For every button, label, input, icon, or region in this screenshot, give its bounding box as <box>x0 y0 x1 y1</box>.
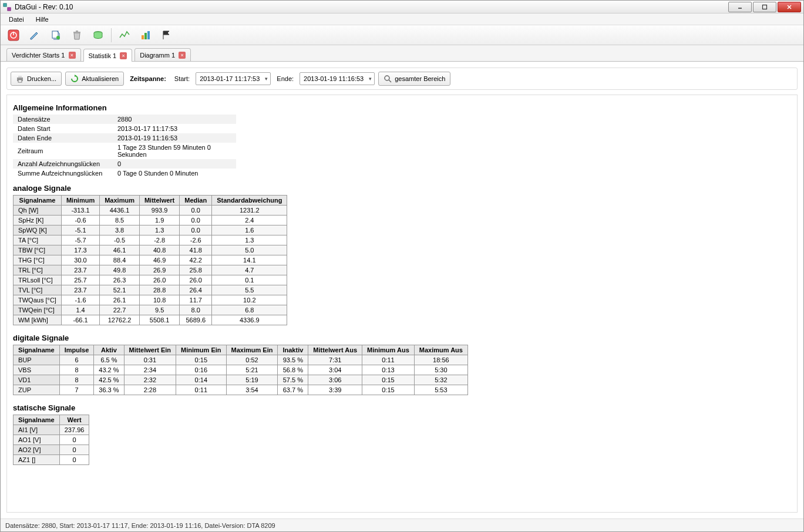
start-date-dropdown[interactable]: 2013-01-17 11:17:53 <box>196 72 271 85</box>
barchart-icon[interactable] <box>137 27 154 43</box>
window-controls <box>728 2 801 12</box>
col-header: Minimum <box>61 196 99 206</box>
info-value: 0 Tage 0 Stunden 0 Minuten <box>113 169 236 178</box>
status-text: Datensätze: 2880, Start: 2013-01-17 11:1… <box>5 522 275 529</box>
signal-value: 40.8 <box>139 245 179 255</box>
start-label: Start: <box>172 75 192 82</box>
signal-value: 10.2 <box>212 295 287 305</box>
signal-value: 3:06 <box>308 375 362 385</box>
signal-value: 63.7 % <box>278 385 308 395</box>
svg-point-10 <box>56 36 60 39</box>
scroll-area[interactable]: Allgemeine Informationen Datensätze2880D… <box>6 95 798 513</box>
signal-value: 1.9 <box>139 216 179 225</box>
signal-value: 0 <box>59 435 89 445</box>
signal-value: 0:31 <box>124 355 176 365</box>
app-window: DtaGui - Rev: 0.10 Datei Hilfe Verdichte… <box>0 0 804 532</box>
action-bar: Drucken... Aktualisieren Zeitspanne: Sta… <box>6 68 798 90</box>
minimize-button[interactable] <box>728 2 752 12</box>
col-header: Aktiv <box>94 345 124 355</box>
flag-icon[interactable] <box>159 27 175 43</box>
full-range-button[interactable]: gesamter Bereich <box>378 72 450 86</box>
signal-value: 7 <box>59 385 94 395</box>
power-icon[interactable] <box>5 27 22 43</box>
signal-value: 5508.1 <box>139 315 179 325</box>
svg-rect-18 <box>18 76 22 78</box>
signal-value: 26.3 <box>100 275 140 285</box>
maximize-button[interactable] <box>753 2 776 12</box>
svg-rect-14 <box>142 35 144 39</box>
signal-value: 22.7 <box>100 305 140 315</box>
tab-close-icon[interactable]: × <box>120 52 127 59</box>
col-header: Maximum Ein <box>226 345 278 355</box>
signal-name: Qh [W] <box>14 206 62 216</box>
svg-rect-16 <box>147 31 150 39</box>
signal-value: 4436.1 <box>100 206 140 216</box>
signal-value: 26.0 <box>180 275 212 285</box>
signal-value: -1.6 <box>61 295 99 305</box>
info-row: Anzahl Aufzeichnungslücken0 <box>13 159 236 169</box>
signal-value: 8 <box>59 375 94 385</box>
close-button[interactable] <box>778 2 801 12</box>
signal-value: 0:15 <box>362 375 415 385</box>
info-value: 2013-01-19 11:16:53 <box>113 133 236 143</box>
signal-value: 5:53 <box>414 385 467 395</box>
tab-close-icon[interactable]: × <box>179 52 186 59</box>
tab-close-icon[interactable]: × <box>69 52 76 59</box>
signal-value: 88.4 <box>100 255 140 265</box>
info-value: 1 Tage 23 Stunden 59 Minuten 0 Sekunden <box>113 143 236 159</box>
edit-icon[interactable] <box>26 27 43 43</box>
svg-point-20 <box>385 76 389 80</box>
signal-value: 0.0 <box>180 216 212 225</box>
signal-value: 42.2 <box>180 255 212 265</box>
signal-value: 8 <box>59 365 94 375</box>
col-header: Mittelwert <box>139 196 179 206</box>
signal-value: 0:15 <box>362 385 415 395</box>
info-key: Summe Aufzeichnungslücken <box>13 169 113 178</box>
refresh-button[interactable]: Aktualisieren <box>65 72 124 86</box>
titlebar: DtaGui - Rev: 0.10 <box>1 1 803 14</box>
col-header: Minimum Ein <box>176 345 226 355</box>
disk-icon[interactable] <box>90 27 106 43</box>
svg-rect-0 <box>4 3 6 6</box>
signal-value: 5.0 <box>212 245 287 255</box>
signal-value: 2.4 <box>212 216 287 225</box>
general-info-table: Datensätze2880Daten Start2013-01-17 11:1… <box>13 115 236 178</box>
document-icon[interactable] <box>48 27 64 43</box>
info-value: 2013-01-17 11:17:53 <box>113 124 236 133</box>
analog-table: SignalnameMinimumMaximumMittelwertMedian… <box>13 195 287 325</box>
trash-icon[interactable] <box>69 27 85 43</box>
table-row: TWQein [°C]1.422.79.58.06.8 <box>14 305 287 315</box>
signal-value: 30.0 <box>61 255 99 265</box>
col-header: Maximum Aus <box>414 345 467 355</box>
signal-name: TWQaus [°C] <box>14 295 62 305</box>
section-analog: analoge Signale <box>13 184 791 193</box>
info-value: 0 <box>113 159 236 169</box>
table-row: TA [°C]-5.7-0.5-2.8-2.61.3 <box>14 235 287 245</box>
signal-value: 25.8 <box>180 265 212 275</box>
graph-icon[interactable] <box>116 27 133 43</box>
print-button[interactable]: Drucken... <box>11 72 62 86</box>
end-date-dropdown[interactable]: 2013-01-19 11:16:53 <box>300 72 375 85</box>
menu-help[interactable]: Hilfe <box>30 15 55 24</box>
signal-name: THG [°C] <box>14 255 62 265</box>
signal-value: 46.9 <box>139 255 179 265</box>
signal-value: 0.1 <box>212 275 287 285</box>
signal-value: 0:15 <box>176 355 226 365</box>
signal-value: 0 <box>59 445 89 455</box>
signal-value: 5:30 <box>414 365 467 375</box>
signal-value: 17.3 <box>61 245 99 255</box>
info-key: Zeitraum <box>13 143 113 159</box>
signal-value: 0 <box>59 455 89 465</box>
tab-diagramm-1[interactable]: Diagramm 1× <box>134 48 191 61</box>
tab-label: Statistik 1 <box>89 52 117 59</box>
digital-table: SignalnameImpulseAktivMittelwert EinMini… <box>13 345 468 395</box>
signal-value: 41.8 <box>180 245 212 255</box>
tab-verdichter-starts-1[interactable]: Verdichter Starts 1× <box>6 48 81 61</box>
printer-icon <box>16 75 24 83</box>
menu-file[interactable]: Datei <box>3 15 30 24</box>
signal-value: 993.9 <box>139 206 179 216</box>
signal-value: 8.5 <box>100 216 140 225</box>
table-row: TWQaus [°C]-1.626.110.811.710.2 <box>14 295 287 305</box>
tab-statistik-1[interactable]: Statistik 1× <box>83 49 133 62</box>
signal-value: 5:21 <box>226 365 278 375</box>
